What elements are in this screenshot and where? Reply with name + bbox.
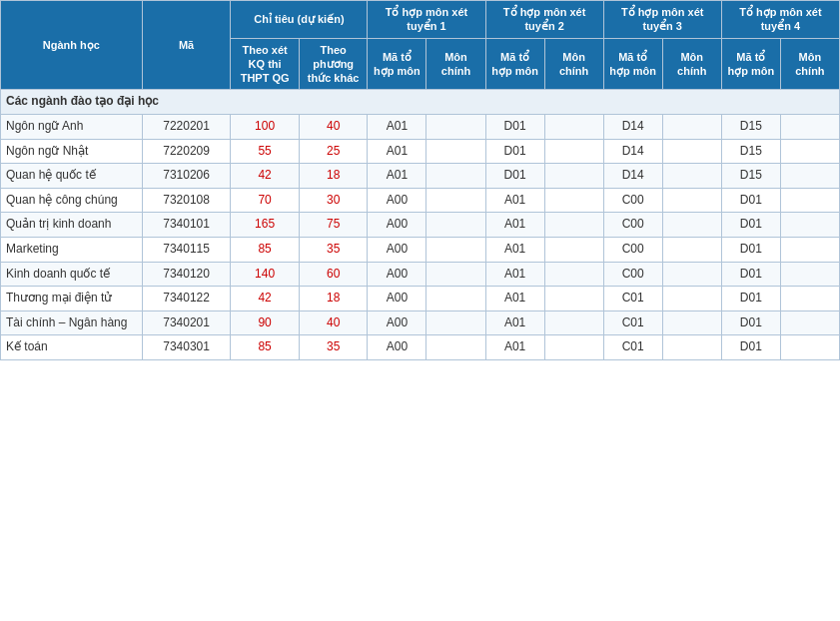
cell-mahop2: D01 <box>485 164 544 189</box>
header-tohop3: Tổ hợp môn xét tuyển 3 <box>603 1 721 39</box>
cell-mahop2: A01 <box>485 188 544 213</box>
cell-monc4 <box>780 238 839 263</box>
cell-mahop2: A01 <box>485 238 544 263</box>
cell-ma: 7320108 <box>142 188 231 213</box>
cell-pt: 35 <box>299 335 368 360</box>
cell-nganh: Ngôn ngữ Anh <box>1 115 143 140</box>
cell-monc4 <box>780 335 839 360</box>
header-monchinh2: Môn chính <box>544 38 603 90</box>
cell-monc1 <box>426 287 485 311</box>
cell-mahop3: C01 <box>603 287 662 311</box>
cell-nganh: Thương mại điện tử <box>1 287 143 311</box>
header-tohop1: Tổ hợp môn xét tuyển 1 <box>368 1 485 39</box>
cell-thpt: 85 <box>231 238 300 263</box>
cell-monc1 <box>426 115 485 140</box>
cell-ma: 7340201 <box>142 310 231 335</box>
cell-mahop3: C00 <box>603 188 662 213</box>
header-monchinh1: Môn chính <box>426 38 485 90</box>
cell-thpt: 42 <box>231 164 300 189</box>
cell-mahop3: D14 <box>603 115 662 140</box>
table-row: Kế toán 7340301 85 35 A00 A01 C01 D01 <box>1 335 840 360</box>
cell-monc4 <box>780 262 839 287</box>
cell-ma: 7310206 <box>142 164 231 189</box>
cell-mahop4: D15 <box>721 115 780 140</box>
cell-mahop4: D01 <box>721 188 780 213</box>
category-label: Các ngành đào tạo đại học <box>1 90 840 115</box>
cell-mahop4: D01 <box>721 335 780 360</box>
cell-monc2 <box>544 213 603 238</box>
cell-monc4 <box>780 188 839 213</box>
cell-pt: 40 <box>299 310 368 335</box>
cell-monc2 <box>544 310 603 335</box>
cell-monc3 <box>662 213 721 238</box>
cell-monc4 <box>780 115 839 140</box>
cell-pt: 25 <box>299 139 368 164</box>
table-row: Ngôn ngữ Anh 7220201 100 40 A01 D01 D14 … <box>1 115 840 140</box>
table-row: Quan hệ công chúng 7320108 70 30 A00 A01… <box>1 188 840 213</box>
cell-mahop2: D01 <box>485 115 544 140</box>
cell-pt: 60 <box>299 262 368 287</box>
cell-monc3 <box>662 262 721 287</box>
cell-monc1 <box>426 213 485 238</box>
table-row: Quan hệ quốc tế 7310206 42 18 A01 D01 D1… <box>1 164 840 189</box>
table-wrapper: Ngành học Mã Chỉ tiêu (dự kiến) Tổ hợp m… <box>0 0 840 360</box>
cell-pt: 30 <box>299 188 368 213</box>
table-row: Thương mại điện tử 7340122 42 18 A00 A01… <box>1 287 840 311</box>
cell-monc2 <box>544 188 603 213</box>
cell-monc1 <box>426 335 485 360</box>
cell-monc3 <box>662 238 721 263</box>
cell-ma: 7340101 <box>142 213 231 238</box>
cell-pt: 40 <box>299 115 368 140</box>
cell-mahop2: A01 <box>485 262 544 287</box>
cell-pt: 18 <box>299 287 368 311</box>
header-mahop4: Mã tổ hợp môn <box>721 38 780 90</box>
cell-monc4 <box>780 213 839 238</box>
cell-thpt: 42 <box>231 287 300 311</box>
cell-thpt: 55 <box>231 139 300 164</box>
cell-monc1 <box>426 238 485 263</box>
cell-ma: 7340115 <box>142 238 231 263</box>
cell-thpt: 165 <box>231 213 300 238</box>
cell-monc1 <box>426 164 485 189</box>
cell-mahop4: D01 <box>721 238 780 263</box>
cell-mahop3: C00 <box>603 238 662 263</box>
table-row: Quản trị kinh doanh 7340101 165 75 A00 A… <box>1 213 840 238</box>
cell-monc2 <box>544 164 603 189</box>
header-mahop2: Mã tổ hợp môn <box>485 38 544 90</box>
header-monchinh3: Môn chính <box>662 38 721 90</box>
cell-nganh: Quan hệ công chúng <box>1 188 143 213</box>
cell-mahop3: D14 <box>603 139 662 164</box>
table-row: Kinh doanh quốc tế 7340120 140 60 A00 A0… <box>1 262 840 287</box>
category-row: Các ngành đào tạo đại học <box>1 90 840 115</box>
cell-mahop3: C01 <box>603 310 662 335</box>
cell-thpt: 100 <box>231 115 300 140</box>
cell-monc1 <box>426 262 485 287</box>
cell-thpt: 70 <box>231 188 300 213</box>
cell-thpt: 85 <box>231 335 300 360</box>
cell-mahop1: A01 <box>368 139 426 164</box>
cell-mahop1: A01 <box>368 115 426 140</box>
cell-ma: 7220209 <box>142 139 231 164</box>
cell-ma: 7220201 <box>142 115 231 140</box>
cell-nganh: Quản trị kinh doanh <box>1 213 143 238</box>
cell-monc2 <box>544 139 603 164</box>
cell-monc3 <box>662 287 721 311</box>
cell-mahop2: A01 <box>485 213 544 238</box>
table-row: Marketing 7340115 85 35 A00 A01 C00 D01 <box>1 238 840 263</box>
cell-nganh: Marketing <box>1 238 143 263</box>
cell-mahop4: D01 <box>721 310 780 335</box>
cell-nganh: Quan hệ quốc tế <box>1 164 143 189</box>
cell-mahop4: D01 <box>721 213 780 238</box>
cell-thpt: 90 <box>231 310 300 335</box>
cell-monc1 <box>426 188 485 213</box>
header-mahop3: Mã tổ hợp môn <box>603 38 662 90</box>
cell-monc4 <box>780 310 839 335</box>
cell-mahop2: A01 <box>485 310 544 335</box>
cell-nganh: Kinh doanh quốc tế <box>1 262 143 287</box>
cell-monc3 <box>662 139 721 164</box>
cell-monc3 <box>662 188 721 213</box>
cell-mahop3: C01 <box>603 335 662 360</box>
cell-nganh: Tài chính – Ngân hàng <box>1 310 143 335</box>
cell-mahop1: A00 <box>368 335 426 360</box>
cell-pt: 75 <box>299 213 368 238</box>
